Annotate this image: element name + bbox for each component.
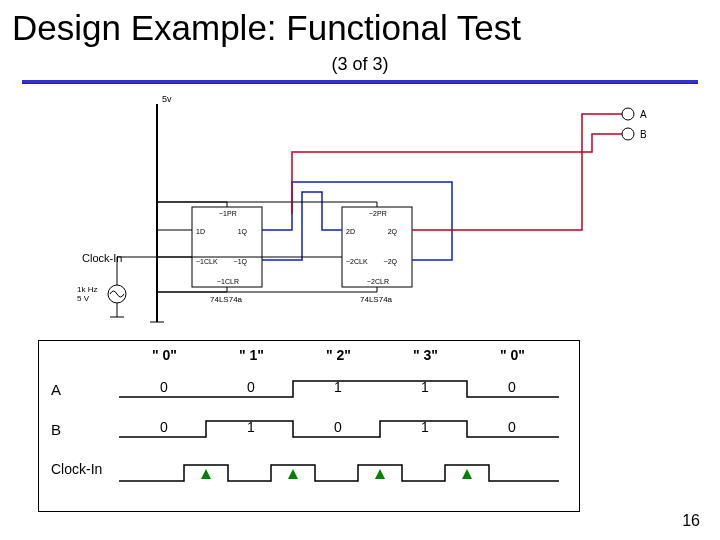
svg-point-33	[622, 108, 634, 120]
clk-edge-icon	[462, 469, 472, 479]
clk-edge-icon	[375, 469, 385, 479]
svg-text:1Q: 1Q	[238, 228, 248, 236]
clk-edge-icon	[288, 469, 298, 479]
label-freq: 1k Hz	[77, 285, 97, 294]
svg-text:~1PR: ~1PR	[219, 210, 237, 217]
svg-rect-7	[192, 207, 262, 287]
label-volt: 5 V	[77, 294, 90, 303]
svg-text:74LS74a: 74LS74a	[360, 295, 393, 304]
slide-title: Design Example: Functional Test	[12, 8, 521, 48]
svg-text:2Q: 2Q	[388, 228, 398, 236]
timing-diagram: " 0" " 1" " 2" " 3" " 0" A 0 0 1 1 0 B 0…	[38, 340, 580, 512]
svg-rect-20	[342, 207, 412, 287]
page-number: 16	[682, 512, 700, 530]
slide-subtitle: (3 of 3)	[0, 54, 720, 75]
svg-point-34	[622, 128, 634, 140]
svg-text:~2PR: ~2PR	[369, 210, 387, 217]
svg-text:1D: 1D	[196, 228, 205, 235]
row-b-label: B	[51, 421, 61, 438]
state-2: " 2"	[326, 347, 351, 363]
wave-clk	[119, 459, 559, 489]
svg-text:~2CLR: ~2CLR	[367, 278, 389, 285]
svg-text:~1Q: ~1Q	[234, 258, 248, 266]
row-a-label: A	[51, 381, 61, 398]
clk-edge-icon	[201, 469, 211, 479]
svg-text:2D: 2D	[346, 228, 355, 235]
svg-text:~2Q: ~2Q	[384, 258, 398, 266]
label-out-b: B	[640, 129, 647, 140]
row-clk-label: Clock-In	[51, 461, 102, 477]
label-5v: 5v	[162, 94, 172, 104]
label-out-a: A	[640, 109, 647, 120]
svg-text:~2CLK: ~2CLK	[346, 258, 368, 265]
svg-text:~1CLR: ~1CLR	[217, 278, 239, 285]
state-0b: " 0"	[500, 347, 525, 363]
label-clock-in: Clock-In	[82, 252, 122, 264]
schematic-diagram: 5v Clock-In 1k Hz 5 V ~1PR 1D 1Q ~1CLK ~…	[22, 92, 698, 327]
svg-text:74LS74a: 74LS74a	[210, 295, 243, 304]
title-rule	[22, 80, 698, 84]
state-1: " 1"	[239, 347, 264, 363]
state-3: " 3"	[413, 347, 438, 363]
state-0: " 0"	[152, 347, 177, 363]
svg-text:~1CLK: ~1CLK	[196, 258, 218, 265]
